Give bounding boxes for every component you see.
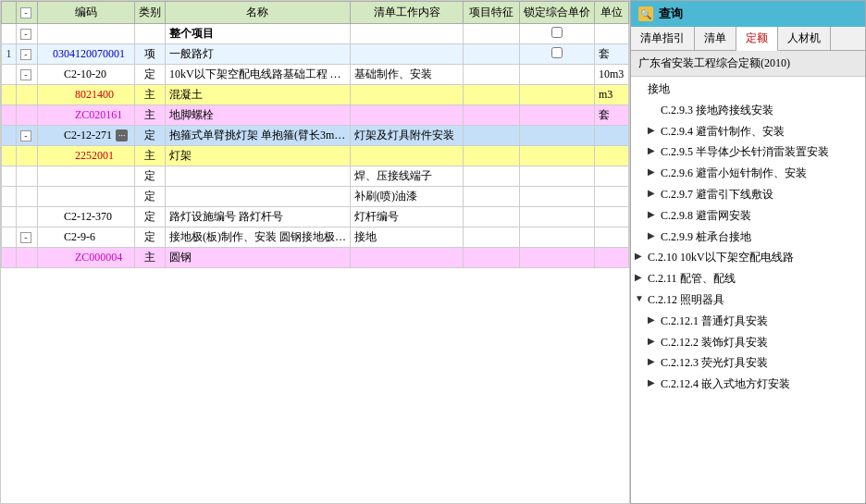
row-name: 路灯设施编号 路灯杆号 — [165, 207, 350, 227]
table-row[interactable]: ZC000004主圆钢 — [2, 248, 629, 268]
row-code: ZC020161 — [37, 105, 134, 126]
row-number — [2, 146, 17, 166]
lock-price-checkbox[interactable] — [551, 47, 563, 58]
row-code: C2-12-370 — [37, 207, 134, 227]
row-number — [2, 105, 17, 126]
panel-tabs: 清单指引 清单 定额 人材机 — [631, 27, 865, 51]
tree-item[interactable]: C.2.9.4 避雷针制作、安装 — [631, 121, 865, 142]
row-feature — [464, 24, 520, 44]
tree-item[interactable]: C.2.9.8 避雷网安装 — [631, 205, 865, 227]
row-expand: - — [16, 65, 37, 85]
row-type: 主 — [134, 248, 165, 268]
row-type: 定 — [134, 227, 165, 248]
row-content: 接地 — [350, 227, 463, 248]
expand-button[interactable]: - — [20, 130, 31, 141]
tree-item[interactable]: C.2.12.2 装饰灯具安装 — [631, 332, 865, 353]
tree-item[interactable]: C.2.11 配管、配线 — [631, 268, 865, 289]
tree-item[interactable]: C.2.12 照明器具 — [631, 289, 865, 311]
row-price — [519, 166, 594, 187]
table-row[interactable]: 定补刷(喷)油漆 — [2, 187, 629, 207]
lock-price-checkbox[interactable] — [551, 27, 563, 38]
row-code: C2-10-20 — [37, 65, 134, 85]
row-unit: 10m3 — [594, 65, 628, 85]
table-row[interactable]: 1-0304120070001项一般路灯套 — [2, 44, 629, 65]
table-row[interactable]: -C2-12-271···定抱箍式单臂挑灯架 单抱箍(臂长3m)以下灯架及灯具附… — [2, 126, 629, 146]
row-expand: - — [16, 44, 37, 65]
row-expand: - — [16, 227, 37, 248]
row-content: 补刷(喷)油漆 — [350, 187, 463, 207]
table-row[interactable]: -整个项目 — [2, 24, 629, 44]
expand-button[interactable]: - — [20, 49, 31, 60]
tab-qingdan[interactable]: 清单 — [695, 27, 736, 50]
table-row[interactable]: C2-12-370定路灯设施编号 路灯杆号灯杆编号 — [2, 207, 629, 227]
query-panel: 🔍 查询 清单指引 清单 定额 人材机 广东省安装工程综合定额(2010) 接地… — [630, 0, 866, 504]
row-price — [519, 248, 594, 268]
row-content — [350, 105, 463, 126]
row-code: C2-12-271··· — [37, 126, 134, 146]
table-row[interactable]: 8021400主混凝土m3 — [2, 85, 629, 105]
tree-arrow-icon — [635, 271, 648, 284]
tree-label: C.2.9.5 半导体少长针消雷装置安装 — [661, 144, 858, 160]
row-name: 灯架 — [165, 146, 350, 166]
row-code: ZC000004 — [37, 248, 134, 268]
row-expand — [16, 146, 37, 166]
row-type: 定 — [134, 166, 165, 187]
row-unit: m3 — [594, 85, 628, 105]
row-expand — [16, 187, 37, 207]
row-unit: 套 — [594, 44, 628, 65]
row-price — [519, 146, 594, 166]
tab-dinge[interactable]: 定额 — [736, 27, 778, 51]
row-feature — [464, 248, 520, 268]
tree-item[interactable]: C.2.9.9 桩承台接地 — [631, 227, 865, 248]
row-expand: - — [16, 126, 37, 146]
tree-arrow-icon — [648, 313, 661, 326]
tree-label: C.2.9.7 避雷引下线敷设 — [661, 187, 858, 203]
row-type: 定 — [134, 187, 165, 207]
row-name: 抱箍式单臂挑灯架 单抱箍(臂长3m)以下 — [165, 126, 350, 146]
expand-button[interactable]: - — [20, 232, 31, 243]
tree-label: C.2.12.4 嵌入式地方灯安装 — [661, 376, 858, 392]
panel-subtitle: 广东省安装工程综合定额(2010) — [631, 51, 865, 77]
row-content — [350, 248, 463, 268]
col-type-header: 类别 — [134, 2, 165, 24]
tree-arrow-icon — [648, 144, 661, 157]
table-row[interactable]: ZC020161主地脚螺栓套 — [2, 105, 629, 126]
tree-arrow-icon — [635, 250, 648, 263]
row-code: 0304120070001 — [37, 44, 134, 65]
tree-item[interactable]: C.2.12.1 普通灯具安装 — [631, 311, 865, 332]
more-options-button[interactable]: ··· — [116, 129, 129, 141]
expand-button[interactable]: - — [20, 29, 31, 40]
table-row[interactable]: -C2-9-6定接地极(板)制作、安装 圆钢接地极 坚土接地 — [2, 227, 629, 248]
tree-item[interactable]: 接地 — [631, 79, 865, 100]
tab-qingdan-zhiyin[interactable]: 清单指引 — [631, 27, 695, 50]
tree-arrow-icon — [648, 355, 661, 368]
collapse-all-btn[interactable]: - — [20, 7, 31, 18]
row-type: 定 — [134, 207, 165, 227]
table-row[interactable]: 定焊、压接线端子 — [2, 166, 629, 187]
row-name: 混凝土 — [165, 85, 350, 105]
row-feature — [464, 207, 520, 227]
tree-item[interactable]: C.2.9.5 半导体少长针消雷装置安装 — [631, 141, 865, 163]
tree-item[interactable]: C.2.12.4 嵌入式地方灯安装 — [631, 374, 865, 395]
row-content — [350, 85, 463, 105]
col-expand: - — [16, 2, 37, 24]
col-feature-header: 项目特征 — [464, 2, 520, 24]
tree-item[interactable]: C.2.10 10kV以下架空配电线路 — [631, 247, 865, 268]
panel-header: 🔍 查询 — [631, 1, 865, 27]
tree-item[interactable]: C.2.9.6 避雷小短针制作、安装 — [631, 163, 865, 184]
expand-button[interactable]: - — [20, 69, 31, 80]
tree-item[interactable]: C.2.12.3 荧光灯具安装 — [631, 352, 865, 374]
table-row[interactable]: -C2-10-20定10kV以下架空配电线路基础工程 现浇混凝土基础 每基混凝土… — [2, 65, 629, 85]
row-code — [37, 24, 134, 44]
col-price-header: 锁定综合单价 — [519, 2, 594, 24]
row-price — [519, 44, 594, 65]
tree-item[interactable]: C.2.9.3 接地跨接线安装 — [631, 100, 865, 121]
row-number — [2, 187, 17, 207]
row-code: 8021400 — [37, 85, 134, 105]
row-content: 灯架及灯具附件安装 — [350, 126, 463, 146]
tab-rencaiji[interactable]: 人材机 — [778, 27, 831, 50]
tree-arrow-icon — [648, 229, 661, 242]
table-row[interactable]: 2252001主灯架 — [2, 146, 629, 166]
row-name: 一般路灯 — [165, 44, 350, 65]
tree-item[interactable]: C.2.9.7 避雷引下线敷设 — [631, 184, 865, 205]
